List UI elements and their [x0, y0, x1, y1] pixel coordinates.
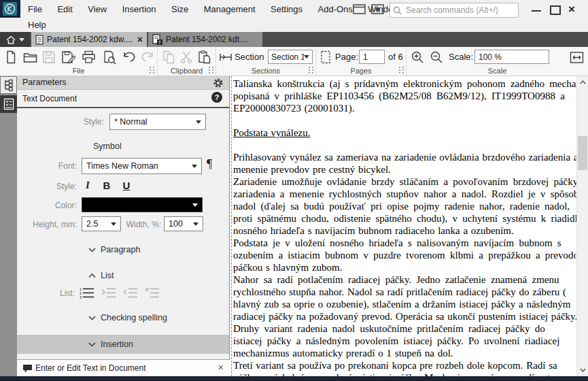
- doc-line: Tretí variant sa používa po prekonani ko…: [233, 359, 576, 371]
- zoom-in-button[interactable]: [409, 49, 426, 65]
- paragraph-section-toggle[interactable]: Paragraph: [88, 245, 140, 254]
- italic-button[interactable]: I: [80, 180, 95, 191]
- menu-insertion[interactable]: Insertion: [116, 1, 162, 18]
- save-as-button[interactable]: [60, 49, 76, 65]
- paragraph-mark-icon[interactable]: ¶: [207, 157, 212, 171]
- panel-title: Parameters: [22, 78, 67, 87]
- bold-button[interactable]: B: [99, 180, 114, 191]
- undo-button[interactable]: [121, 49, 137, 65]
- window-layout-icon[interactable]: [353, 4, 366, 14]
- svg-text:T: T: [158, 40, 162, 45]
- chevron-up-icon: [88, 274, 96, 278]
- menu-bar-row2: Help: [22, 18, 52, 32]
- document-structure-button[interactable]: [0, 76, 17, 94]
- menu-size[interactable]: Size: [165, 1, 194, 18]
- fit-width-button[interactable]: [568, 49, 585, 65]
- height-label: Height, mm:: [17, 220, 77, 229]
- command-search: [390, 3, 519, 18]
- document-editor[interactable]: Talianska konštrukcia (aj s prídavným el…: [230, 76, 576, 376]
- font-select[interactable]: Times New Roman: [82, 158, 202, 174]
- maximize-button[interactable]: [550, 5, 561, 15]
- spelling-section-toggle[interactable]: Checking spelling: [88, 313, 167, 322]
- menu-file[interactable]: File: [22, 1, 48, 18]
- group-grip[interactable]: [399, 67, 404, 73]
- home-tab-button[interactable]: [0, 32, 30, 47]
- tab-patent-kdw[interactable]: Patent 154-2002 kdw.... ×: [31, 32, 147, 47]
- divider: [17, 107, 229, 108]
- zoom-out-button[interactable]: [428, 49, 445, 65]
- document-text[interactable]: Talianska konštrukcia (aj s prídavným el…: [233, 78, 576, 376]
- home-dropdown-icon: [19, 38, 24, 42]
- height-select[interactable]: 2.5: [82, 216, 121, 231]
- doc-line: Talianska konštrukcia (aj s prídavným el…: [233, 78, 576, 90]
- minimize-button[interactable]: [532, 10, 541, 12]
- tab-close-icon[interactable]: ×: [137, 34, 143, 45]
- list-section-label: List: [101, 271, 114, 280]
- insertion-section-toggle[interactable]: Insertion: [88, 339, 133, 349]
- print-preview-button[interactable]: [101, 49, 117, 65]
- close-button[interactable]: ×: [568, 2, 575, 17]
- gear-icon[interactable]: [213, 78, 224, 88]
- help-icon[interactable]: ?: [211, 92, 222, 103]
- paste-button[interactable]: [196, 49, 212, 65]
- width-select[interactable]: 100: [164, 216, 203, 231]
- menu-edit[interactable]: Edit: [51, 1, 78, 18]
- no-list-button: [143, 286, 161, 299]
- document-scrollbar[interactable]: [576, 76, 588, 376]
- height-value: 2.5: [86, 219, 98, 229]
- color-select[interactable]: [82, 197, 203, 212]
- underline-button[interactable]: U: [119, 180, 134, 191]
- toolbar-group-clipboard: Clipboard: [158, 47, 216, 76]
- scrollbar-thumb[interactable]: [578, 136, 587, 170]
- scroll-up-button[interactable]: [577, 76, 588, 88]
- doc-line: páčkou s hlavným zubom.: [233, 261, 576, 274]
- toolbar-group-file: File: [0, 47, 158, 76]
- menu-bar: File Edit View Insertion Size Management…: [22, 0, 406, 18]
- group-grip[interactable]: [209, 67, 213, 73]
- status-close-icon[interactable]: ×: [218, 362, 224, 373]
- doc-line: nosného hriadeľa s navíjacím bubnom radi…: [233, 225, 576, 237]
- page-total: of 6: [388, 52, 403, 62]
- doc-line: menenie prevodov pre cestný bicykel.: [233, 163, 576, 176]
- doc-line: proti spätnému chodu, odistenie spätného…: [233, 212, 576, 225]
- toolbar-group-pages: Page: of 6 Pages: [316, 47, 407, 76]
- doc-line: EP20000830723 (20001031).: [233, 102, 576, 114]
- menu-addons[interactable]: Add-Ons: [312, 1, 359, 18]
- panel-header: Parameters: [17, 76, 229, 90]
- section-button[interactable]: Section: [235, 52, 264, 62]
- insertion-section-bar[interactable]: Insertion: [17, 335, 229, 354]
- doc-line: hlavný zub sa oprie o ozubenie), stlačen…: [233, 298, 576, 310]
- page-label: Page:: [335, 52, 358, 62]
- paragraph-style-select[interactable]: * Normal: [109, 114, 206, 130]
- doc-line: zariadenia a menenie rychlostných stupňo…: [233, 188, 576, 200]
- section-select[interactable]: Section 1 (1: [268, 50, 313, 64]
- spelling-section-label: Checking spelling: [101, 313, 167, 322]
- preview-panel-icon[interactable]: [371, 4, 384, 14]
- toolbar-group-sections: Section Section 1 (1 Sections: [216, 47, 316, 76]
- group-label-pages: Pages: [316, 67, 406, 75]
- group-grip[interactable]: [150, 67, 154, 73]
- search-input[interactable]: [404, 5, 518, 16]
- doc-line: istiacej páčky a následným povolením ist…: [233, 335, 576, 347]
- open-document-button[interactable]: [22, 49, 38, 65]
- list-section-toggle[interactable]: List: [88, 271, 114, 280]
- dropdown-arrow-icon: [192, 165, 197, 168]
- menu-view[interactable]: View: [82, 1, 113, 18]
- menu-help[interactable]: Help: [22, 18, 52, 32]
- page-number-input[interactable]: [359, 50, 385, 64]
- chevron-down-icon: [88, 248, 96, 252]
- scroll-down-button[interactable]: [577, 364, 588, 376]
- menu-settings[interactable]: Settings: [264, 1, 309, 18]
- tab-patent-kdt[interactable]: T Patent 154-2002 kdt....: [148, 32, 262, 47]
- doc-line: Podstata je v uložení nosného hriadeľa s…: [233, 237, 576, 249]
- menu-management[interactable]: Management: [198, 1, 262, 18]
- search-icon: [393, 6, 402, 15]
- app-logo[interactable]: [0, 0, 20, 18]
- parameters-panel-button[interactable]: [0, 95, 17, 113]
- new-document-button[interactable]: [3, 49, 19, 65]
- print-button[interactable]: [80, 49, 97, 65]
- cut-button: [178, 49, 194, 65]
- group-grip[interactable]: [309, 67, 313, 73]
- scale-input[interactable]: [474, 50, 549, 64]
- numbered-list-button[interactable]: 123: [78, 286, 96, 299]
